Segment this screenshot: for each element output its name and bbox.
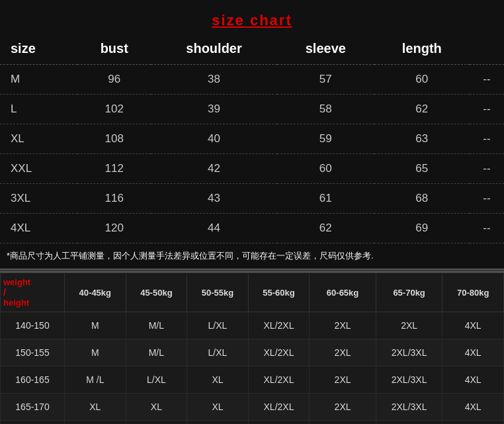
table-row: 4XL120446269--	[0, 214, 504, 243]
table-cell: 2XL	[310, 366, 376, 394]
table-cell: 2XL	[187, 421, 249, 425]
table-cell: 160-165	[1, 366, 65, 394]
table-cell: 4XL	[0, 214, 77, 243]
table-row: XL108405963--	[0, 124, 504, 154]
table-cell: 3XL	[0, 184, 77, 214]
table-cell: 4XL	[442, 366, 504, 394]
table-cell: 2XL	[65, 421, 126, 425]
table-cell: --	[470, 95, 504, 124]
table-row: M96385760--	[0, 65, 504, 95]
table-cell: 58	[277, 95, 374, 124]
col-bust: bust	[77, 33, 151, 65]
table-cell: 63	[374, 124, 470, 154]
table-cell: 2XL	[310, 339, 376, 366]
table-cell: 4XL	[442, 339, 504, 366]
table-cell: 43	[151, 184, 277, 214]
size-chart-title: size chart	[0, 7, 504, 33]
table-cell: 96	[77, 65, 151, 95]
table-cell: 102	[77, 95, 151, 124]
table-row: 3XL116436168--	[0, 184, 504, 214]
table-cell: 140-150	[1, 312, 65, 339]
col-size: size	[0, 33, 77, 65]
table-cell: L/XL	[126, 366, 187, 394]
weight-label: weight	[3, 277, 62, 287]
table-cell: M/L	[126, 339, 187, 366]
table-cell: 39	[151, 95, 277, 124]
table-cell: 59	[277, 124, 374, 154]
wh-70-80: 70-80kg	[442, 273, 504, 312]
table-cell: XL	[0, 124, 77, 154]
table-row: 170-1752XL2XL2XL2XL2XL/3XL3XL/4XL4XL	[1, 421, 504, 425]
table-cell: 116	[77, 184, 151, 214]
table-cell: --	[470, 65, 504, 95]
table-cell: --	[470, 154, 504, 184]
table-cell: 2XL	[376, 312, 442, 339]
wh-50-55: 50-55kg	[187, 273, 249, 312]
table-cell: M	[65, 312, 126, 339]
table-cell: 69	[374, 214, 470, 243]
size-table: size bust shoulder sleeve length M963857…	[0, 33, 504, 243]
table-cell: 2XL/3XL	[376, 394, 442, 421]
table-cell: 2XL/3XL	[376, 339, 442, 366]
table-row: XXL112426065--	[0, 154, 504, 184]
col-extra	[470, 33, 504, 65]
table-cell: XL/2XL	[248, 394, 310, 421]
table-cell: XL	[126, 394, 187, 421]
table-cell: --	[470, 214, 504, 243]
table-cell: 2XL/3XL	[376, 366, 442, 394]
table-cell: 68	[374, 184, 470, 214]
table-cell: XL	[187, 394, 249, 421]
table-cell: 2XL	[310, 394, 376, 421]
height-label: height	[3, 298, 62, 308]
table-cell: XL/2XL	[248, 339, 310, 366]
table-cell: 60	[277, 154, 374, 184]
table-cell: 61	[277, 184, 374, 214]
table-cell: 4XL	[442, 394, 504, 421]
table-cell: M /L	[65, 366, 126, 394]
col-length: length	[374, 33, 470, 65]
table-cell: 60	[374, 65, 470, 95]
table-row: 150-155MM/LL/XLXL/2XL2XL2XL/3XL4XL	[1, 339, 504, 366]
table-row: 140-150MM/LL/XLXL/2XL2XL2XL4XL	[1, 312, 504, 339]
wh-40-45: 40-45kg	[65, 273, 126, 312]
table-cell: 57	[277, 65, 374, 95]
measurement-note: *商品尺寸为人工平铺测量，因个人测量手法差异或位置不同，可能存在一定误差，尺码仅…	[0, 243, 504, 269]
table-cell: 38	[151, 65, 277, 95]
table-cell: --	[470, 184, 504, 214]
table-cell: M/L	[126, 312, 187, 339]
table-cell: XL	[65, 394, 126, 421]
table-cell: XXL	[0, 154, 77, 184]
table-cell: XL	[187, 366, 249, 394]
table-cell: XL/2XL	[248, 312, 310, 339]
table-cell: 62	[277, 214, 374, 243]
table-cell: L/XL	[187, 339, 249, 366]
wh-55-60: 55-60kg	[248, 273, 310, 312]
table-cell: --	[470, 124, 504, 154]
table-cell: 120	[77, 214, 151, 243]
wh-65-70: 65-70kg	[376, 273, 442, 312]
table-row: L102395862--	[0, 95, 504, 124]
table-cell: 42	[151, 154, 277, 184]
table-cell: 112	[77, 154, 151, 184]
table-cell: L	[0, 95, 77, 124]
wh-60-65: 60-65kg	[310, 273, 376, 312]
table-cell: 2XL	[126, 421, 187, 425]
table-cell: 2XL	[310, 312, 376, 339]
table-cell: 108	[77, 124, 151, 154]
size-chart-section: size chart size bust shoulder sleeve len…	[0, 0, 504, 269]
table-cell: M	[0, 65, 77, 95]
table-cell: 170-175	[1, 421, 65, 425]
table-cell: 40	[151, 124, 277, 154]
table-row: 160-165M /LL/XLXLXL/2XL2XL2XL/3XL4XL	[1, 366, 504, 394]
col-shoulder: shoulder	[151, 33, 277, 65]
table-cell: L/XL	[187, 312, 249, 339]
table-cell: 4XL	[442, 421, 504, 425]
table-cell: 2XL	[248, 421, 310, 425]
table-cell: 62	[374, 95, 470, 124]
table-cell: XL/2XL	[248, 366, 310, 394]
col-sleeve: sleeve	[277, 33, 374, 65]
corner-header: weight / height	[1, 273, 65, 312]
table-cell: 65	[374, 154, 470, 184]
hw-table: weight / height 40-45kg 45-50kg 50-55kg …	[0, 273, 504, 424]
table-cell: 2XL/3XL	[310, 421, 376, 425]
